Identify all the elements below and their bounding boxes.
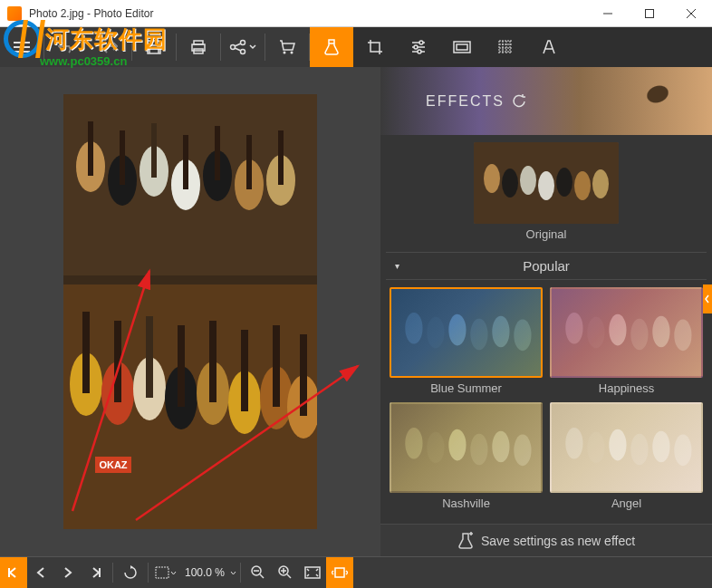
svg-point-72 <box>448 314 466 346</box>
svg-point-86 <box>492 431 509 463</box>
preset-original[interactable]: Original <box>386 142 707 241</box>
svg-rect-28 <box>88 121 93 176</box>
svg-point-82 <box>405 428 422 459</box>
rotate-button[interactable] <box>117 557 144 589</box>
svg-point-80 <box>652 316 669 348</box>
svg-point-18 <box>419 41 423 44</box>
main-image-view[interactable]: OKAZ <box>0 67 380 556</box>
preset-label: Angel <box>611 496 641 510</box>
svg-point-11 <box>241 41 245 45</box>
grid-view-button[interactable] <box>152 557 179 589</box>
svg-point-90 <box>609 429 626 461</box>
svg-rect-38 <box>246 135 252 189</box>
zoom-dropdown-icon[interactable] <box>230 571 236 575</box>
svg-line-14 <box>235 48 241 51</box>
adjust-tab[interactable] <box>397 27 440 67</box>
svg-point-93 <box>674 435 691 467</box>
window-title: Photo 2.jpg - Photo Editor <box>29 7 587 20</box>
main-toolbar <box>0 27 712 67</box>
svg-point-63 <box>484 164 500 193</box>
svg-point-92 <box>652 431 669 463</box>
menu-button[interactable] <box>0 27 43 67</box>
svg-point-22 <box>418 50 421 53</box>
preset-original-label: Original <box>526 227 567 241</box>
save-effect-label: Save settings as new effect <box>481 534 635 548</box>
svg-rect-53 <box>241 330 248 411</box>
reset-icon[interactable] <box>512 94 526 109</box>
main-image: OKAZ <box>63 94 317 529</box>
svg-point-70 <box>405 313 422 344</box>
svg-point-74 <box>492 316 509 348</box>
svg-rect-57 <box>300 334 307 416</box>
svg-line-100 <box>260 574 264 578</box>
preset-blue-summer[interactable]: Blue Summer <box>390 287 543 395</box>
zoom-out-button[interactable] <box>245 557 272 589</box>
print-button[interactable] <box>177 27 220 67</box>
preset-label: Happiness <box>599 381 654 395</box>
text-tab[interactable] <box>527 27 571 67</box>
svg-point-85 <box>470 434 487 466</box>
presets-scroll[interactable]: Original ▾ Popular Blue SummerHappinessN… <box>380 135 712 524</box>
svg-point-91 <box>630 434 648 466</box>
effects-tab[interactable] <box>310 27 353 67</box>
svg-point-83 <box>427 432 444 464</box>
svg-point-15 <box>284 52 286 54</box>
svg-rect-34 <box>183 135 188 189</box>
svg-point-16 <box>291 52 293 54</box>
svg-point-10 <box>231 45 236 50</box>
effects-header: EFFECTS <box>380 67 712 135</box>
svg-point-71 <box>427 317 444 349</box>
next-image-button[interactable] <box>82 557 109 589</box>
svg-point-65 <box>520 166 536 195</box>
preset-happiness[interactable]: Happiness <box>550 287 703 395</box>
preset-label: Nashville <box>442 496 490 510</box>
svg-rect-43 <box>82 312 90 393</box>
svg-rect-1 <box>646 9 654 17</box>
effects-title: EFFECTS <box>426 93 505 110</box>
svg-rect-32 <box>151 123 157 178</box>
cart-button[interactable] <box>265 27 309 67</box>
zoom-in-button[interactable] <box>272 557 299 589</box>
bottom-toolbar: 100.0 % <box>0 556 712 588</box>
side-expand-tab[interactable] <box>703 284 712 313</box>
svg-point-81 <box>674 320 691 352</box>
svg-point-66 <box>538 171 554 200</box>
zoom-value[interactable]: 100.0 % <box>179 566 230 579</box>
next-button[interactable] <box>54 557 82 589</box>
crop-tab[interactable] <box>353 27 397 67</box>
svg-point-69 <box>592 169 609 198</box>
redo-button[interactable] <box>88 27 131 67</box>
svg-point-75 <box>514 320 531 352</box>
share-button[interactable] <box>221 27 265 67</box>
category-popular[interactable]: ▾ Popular <box>386 252 707 280</box>
close-button[interactable] <box>670 0 712 27</box>
prev-button[interactable] <box>27 557 54 589</box>
svg-rect-49 <box>178 325 185 407</box>
save-button[interactable] <box>132 27 176 67</box>
actual-size-button[interactable] <box>326 557 353 589</box>
svg-point-67 <box>556 168 572 197</box>
svg-rect-107 <box>335 568 344 577</box>
svg-point-87 <box>514 435 531 467</box>
svg-point-89 <box>587 432 604 464</box>
svg-rect-47 <box>146 316 153 398</box>
texture-tab[interactable] <box>484 27 527 67</box>
svg-rect-36 <box>215 126 220 180</box>
title-bar: Photo 2.jpg - Photo Editor <box>0 0 712 27</box>
svg-point-88 <box>565 428 582 459</box>
svg-point-12 <box>241 50 245 54</box>
svg-line-13 <box>235 43 241 46</box>
preset-nashville[interactable]: Nashville <box>390 402 543 510</box>
save-effect-button[interactable]: Save settings as new effect <box>380 524 712 556</box>
svg-point-68 <box>574 171 591 200</box>
fit-screen-button[interactable] <box>299 557 326 589</box>
frame-tab[interactable] <box>440 27 484 67</box>
prev-image-button[interactable] <box>0 557 27 589</box>
maximize-button[interactable] <box>629 0 670 27</box>
undo-button[interactable] <box>44 27 88 67</box>
svg-rect-45 <box>114 321 121 402</box>
minimize-button[interactable] <box>587 0 629 27</box>
app-icon <box>7 6 22 21</box>
preset-angel[interactable]: Angel <box>550 402 703 510</box>
preset-label: Blue Summer <box>430 381 502 395</box>
